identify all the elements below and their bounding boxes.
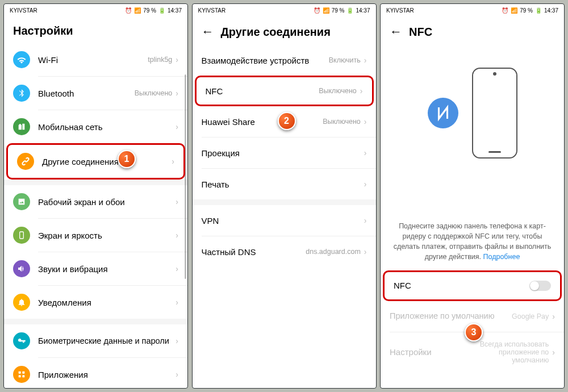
chevron-right-icon: › <box>552 348 555 357</box>
battery-icon: 🔋 <box>346 7 353 14</box>
row-nfc-toggle[interactable]: NFC <box>383 270 562 301</box>
more-link[interactable]: Подробнее <box>483 253 520 261</box>
nfc-help-text: Поднесите заднюю панель телефона к карт-… <box>381 221 564 270</box>
chevron-right-icon: › <box>364 148 367 157</box>
row-label: Уведомления <box>38 298 176 307</box>
page-header: ← Другие соединения <box>193 16 376 45</box>
chevron-right-icon: › <box>176 264 178 273</box>
nfc-content: Поднесите заднюю панель телефона к карт-… <box>381 45 564 388</box>
row-label: Другие соединения <box>42 157 172 166</box>
row-device-interaction[interactable]: Взаимодействие устройств Включить › <box>193 45 376 76</box>
chevron-right-icon: › <box>364 180 367 189</box>
chevron-right-icon: › <box>176 197 178 206</box>
phone-connections: KYIVSTAR ⏰ 📶 79 % 🔋 14:37 ← Другие соеди… <box>192 3 377 389</box>
row-print[interactable]: Печать › <box>193 169 376 199</box>
row-label: Wi-Fi <box>38 55 148 65</box>
row-nfc[interactable]: NFC Выключено › <box>195 76 374 106</box>
back-icon[interactable]: ← <box>390 24 402 39</box>
battery-icon: 🔋 <box>158 7 165 14</box>
callout-marker-3: 3 <box>465 323 483 341</box>
status-bar: KYIVSTAR ⏰ 📶 79 % 🔋 14:37 <box>381 4 564 16</box>
row-projection[interactable]: Проекция › <box>193 137 376 168</box>
signal-icon: 📶 <box>511 7 517 14</box>
bluetooth-icon <box>13 85 30 102</box>
alarm-icon: ⏰ <box>125 7 132 14</box>
row-label: Bluetooth <box>38 89 135 98</box>
chevron-right-icon: › <box>364 216 367 225</box>
row-mobile[interactable]: Мобильная сеть › <box>4 110 187 143</box>
carrier-text: KYIVSTAR <box>10 7 37 14</box>
chevron-right-icon: › <box>176 122 178 131</box>
row-bluetooth[interactable]: Bluetooth Выключено › <box>4 77 187 110</box>
alarm-icon: ⏰ <box>502 7 508 14</box>
nfc-illustration <box>381 45 564 181</box>
nfc-phone-icon <box>472 68 517 159</box>
row-value: Выключено <box>135 89 173 97</box>
key-icon <box>13 332 30 349</box>
chevron-right-icon: › <box>176 336 178 345</box>
callout-marker-2: 2 <box>278 112 296 130</box>
chevron-right-icon: › <box>364 56 367 65</box>
image-icon <box>13 193 30 210</box>
status-icons: ⏰ 📶 79 % 🔋 14:37 <box>125 7 182 14</box>
wifi-icon <box>13 51 30 68</box>
chevron-right-icon: › <box>176 55 178 64</box>
chevron-right-icon: › <box>176 89 178 98</box>
row-biometric[interactable]: Биометрические данные и пароли › <box>4 324 187 357</box>
back-icon[interactable]: ← <box>202 24 214 39</box>
chevron-right-icon: › <box>172 157 174 166</box>
page-title: NFC <box>409 26 432 39</box>
signal-icon: 📶 <box>134 7 141 14</box>
alarm-icon: ⏰ <box>314 7 320 14</box>
page-header: ← NFC <box>381 16 564 45</box>
row-display[interactable]: Экран и яркость › <box>4 219 187 252</box>
svg-rect-0 <box>20 232 24 239</box>
svg-rect-4 <box>22 375 24 377</box>
status-bar: KYIVSTAR ⏰ 📶 79 % 🔋 14:37 <box>4 4 187 16</box>
page-title: Настройки <box>4 16 187 43</box>
chevron-right-icon: › <box>176 298 178 307</box>
nfc-badge-icon <box>428 98 458 128</box>
row-apps[interactable]: Приложения › <box>4 358 187 388</box>
connections-list: Взаимодействие устройств Включить › NFC … <box>193 45 376 388</box>
chevron-right-icon: › <box>364 247 367 256</box>
signal-icon: 📶 <box>323 7 329 14</box>
row-sounds[interactable]: Звуки и вибрация › <box>4 252 187 285</box>
phone-icon <box>13 227 30 244</box>
row-wallpaper[interactable]: Рабочий экран и обои › <box>4 185 187 218</box>
link-icon <box>17 153 34 170</box>
row-label: Приложения <box>38 370 176 380</box>
row-notifications[interactable]: Уведомления › <box>4 286 187 319</box>
row-label: Мобильная сеть <box>38 122 176 132</box>
svg-rect-1 <box>19 372 21 374</box>
chevron-right-icon: › <box>176 370 178 379</box>
nfc-toggle-switch[interactable] <box>529 281 551 291</box>
page-title: Другие соединения <box>221 26 331 39</box>
row-dns[interactable]: Частный DNS dns.adguard.com › <box>193 236 376 267</box>
battery-text: 79 % <box>143 7 156 14</box>
row-other-connections[interactable]: Другие соединения › <box>6 143 185 180</box>
apps-icon <box>13 366 30 383</box>
svg-rect-3 <box>19 375 21 377</box>
battery-icon: 🔋 <box>535 7 542 14</box>
row-label: Экран и яркость <box>38 231 176 240</box>
row-label: Биометрические данные и пароли <box>38 336 176 346</box>
row-value: tplink5g <box>148 56 172 64</box>
chevron-right-icon: › <box>364 117 367 126</box>
svg-rect-2 <box>22 372 24 374</box>
status-bar: KYIVSTAR ⏰ 📶 79 % 🔋 14:37 <box>193 4 376 16</box>
row-wifi[interactable]: Wi-Fi tplink5g › <box>4 43 187 76</box>
row-label: Звуки и вибрация <box>38 264 176 274</box>
callout-marker-1: 1 <box>118 150 136 168</box>
sim-icon <box>13 118 30 135</box>
chevron-right-icon: › <box>360 86 363 95</box>
phone-settings: KYIVSTAR ⏰ 📶 79 % 🔋 14:37 Настройки Wi-F… <box>3 3 188 389</box>
settings-list: Wi-Fi tplink5g › Bluetooth Выключено › М… <box>4 43 187 388</box>
row-vpn[interactable]: VPN › <box>193 205 376 236</box>
chevron-right-icon: › <box>552 312 555 321</box>
row-label: Рабочий экран и обои <box>38 197 176 207</box>
chevron-right-icon: › <box>176 231 178 240</box>
phone-nfc: KYIVSTAR ⏰ 📶 79 % 🔋 14:37 ← NFC Поднесит… <box>380 3 565 389</box>
sound-icon <box>13 260 30 277</box>
bell-icon <box>13 294 30 311</box>
